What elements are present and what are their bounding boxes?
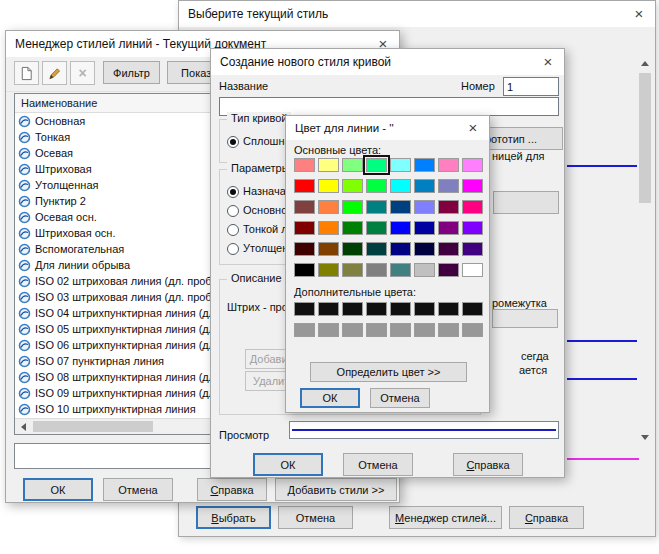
color-swatch[interactable] bbox=[294, 302, 315, 316]
color-swatch[interactable] bbox=[414, 242, 435, 256]
close-icon[interactable]: × bbox=[532, 49, 564, 75]
color-swatch[interactable] bbox=[462, 323, 483, 337]
color-swatch[interactable] bbox=[390, 242, 411, 256]
color-swatch[interactable] bbox=[294, 221, 315, 235]
color-swatch[interactable] bbox=[438, 200, 459, 214]
color-swatch[interactable] bbox=[414, 323, 435, 337]
color-swatch[interactable] bbox=[342, 200, 363, 214]
define-custom-color-button[interactable]: Определить цвет >> bbox=[310, 362, 467, 382]
color-swatch[interactable] bbox=[318, 302, 339, 316]
color-button[interactable] bbox=[493, 191, 559, 214]
color-swatch[interactable] bbox=[318, 179, 339, 193]
color-swatch[interactable] bbox=[366, 200, 387, 214]
color-swatch[interactable] bbox=[390, 200, 411, 214]
color-picker-titlebar[interactable]: Цвет для линии - '' × bbox=[286, 116, 489, 140]
number-field[interactable] bbox=[503, 77, 559, 96]
cancel-button[interactable]: Отмена bbox=[278, 506, 353, 529]
color-swatch[interactable] bbox=[294, 179, 315, 193]
ok-button[interactable]: ОК bbox=[23, 478, 93, 501]
color-swatch[interactable] bbox=[462, 263, 483, 277]
thick-line-radio[interactable] bbox=[227, 243, 239, 255]
cancel-button[interactable]: Отмена bbox=[343, 453, 413, 476]
color-swatch[interactable] bbox=[462, 221, 483, 235]
scroll-down-button[interactable] bbox=[637, 429, 653, 445]
color-swatch[interactable] bbox=[462, 158, 483, 172]
color-swatch[interactable] bbox=[366, 323, 387, 337]
color-swatch[interactable] bbox=[342, 221, 363, 235]
color-swatch[interactable] bbox=[414, 263, 435, 277]
color-swatch[interactable] bbox=[462, 302, 483, 316]
color-swatch[interactable] bbox=[414, 221, 435, 235]
help-button[interactable]: Справка bbox=[197, 478, 267, 501]
color-swatch[interactable] bbox=[390, 263, 411, 277]
color-swatch[interactable] bbox=[366, 263, 387, 277]
color-swatch[interactable] bbox=[390, 158, 411, 172]
color-swatch[interactable] bbox=[462, 179, 483, 193]
cancel-button[interactable]: Отмена bbox=[370, 388, 430, 408]
color-swatch[interactable] bbox=[390, 323, 411, 337]
color-swatch[interactable] bbox=[294, 200, 315, 214]
color-swatch[interactable] bbox=[414, 302, 435, 316]
help-button[interactable]: Справка bbox=[453, 453, 523, 476]
color-swatch[interactable] bbox=[294, 263, 315, 277]
color-swatch[interactable] bbox=[462, 200, 483, 214]
vertical-scrollbar[interactable] bbox=[637, 55, 653, 445]
color-swatch[interactable] bbox=[390, 179, 411, 193]
delete-style-button[interactable]: × bbox=[70, 61, 95, 85]
color-swatch[interactable] bbox=[342, 179, 363, 193]
color-swatch[interactable] bbox=[342, 323, 363, 337]
add-styles-button[interactable]: Добавить стили >> bbox=[275, 478, 397, 501]
color-swatch[interactable] bbox=[318, 158, 339, 172]
scrollbar-thumb[interactable] bbox=[639, 73, 651, 203]
color-swatch[interactable] bbox=[294, 158, 315, 172]
ok-button[interactable]: ОК bbox=[300, 388, 360, 408]
style-manager-button[interactable]: Менеджер стилей... bbox=[389, 506, 502, 529]
color-swatch[interactable] bbox=[438, 158, 459, 172]
color-swatch[interactable] bbox=[366, 302, 387, 316]
edit-style-button[interactable] bbox=[42, 61, 67, 85]
color-swatch[interactable] bbox=[318, 200, 339, 214]
color-swatch[interactable] bbox=[294, 323, 315, 337]
thin-line-radio[interactable] bbox=[227, 224, 239, 236]
cancel-button[interactable]: Отмена bbox=[103, 478, 173, 501]
color-swatch[interactable] bbox=[438, 179, 459, 193]
main-line-radio[interactable] bbox=[227, 205, 239, 217]
color-swatch[interactable] bbox=[342, 158, 363, 172]
color-swatch[interactable] bbox=[414, 179, 435, 193]
assigned-radio[interactable] bbox=[227, 186, 239, 198]
help-button[interactable]: Справка bbox=[509, 506, 584, 529]
color-swatch[interactable] bbox=[390, 302, 411, 316]
color-swatch[interactable] bbox=[318, 242, 339, 256]
color-swatch[interactable] bbox=[366, 242, 387, 256]
color-swatch[interactable] bbox=[342, 302, 363, 316]
filter-button[interactable]: Фильтр bbox=[103, 61, 160, 84]
new-style-titlebar[interactable]: Создание нового стиля кривой × bbox=[211, 49, 564, 75]
scrollbar-thumb[interactable] bbox=[33, 421, 153, 432]
color-swatch[interactable] bbox=[390, 221, 411, 235]
color-swatch[interactable] bbox=[462, 242, 483, 256]
color-swatch[interactable] bbox=[438, 242, 459, 256]
scrollbar-track[interactable] bbox=[637, 71, 653, 429]
color-swatch[interactable] bbox=[438, 263, 459, 277]
color-swatch[interactable] bbox=[318, 221, 339, 235]
solid-radio[interactable] bbox=[227, 136, 239, 148]
ok-button[interactable]: ОК bbox=[253, 453, 323, 476]
color-swatch[interactable] bbox=[438, 302, 459, 316]
color-swatch[interactable] bbox=[366, 179, 387, 193]
new-style-button[interactable] bbox=[14, 61, 39, 85]
color-swatch[interactable] bbox=[438, 221, 459, 235]
color-swatch[interactable] bbox=[342, 263, 363, 277]
color-swatch[interactable] bbox=[318, 323, 339, 337]
scroll-up-button[interactable] bbox=[637, 55, 653, 71]
close-icon[interactable]: × bbox=[457, 116, 489, 140]
scroll-left-button[interactable] bbox=[15, 419, 31, 434]
color-swatch[interactable] bbox=[366, 221, 387, 235]
color-swatch[interactable] bbox=[318, 263, 339, 277]
color-swatch[interactable] bbox=[414, 158, 435, 172]
color-swatch[interactable] bbox=[294, 242, 315, 256]
color-swatch[interactable] bbox=[414, 200, 435, 214]
color-swatch[interactable] bbox=[342, 242, 363, 256]
color-swatch[interactable] bbox=[366, 158, 387, 172]
color-swatch[interactable] bbox=[438, 323, 459, 337]
select-button[interactable]: Выбрать bbox=[196, 506, 271, 529]
